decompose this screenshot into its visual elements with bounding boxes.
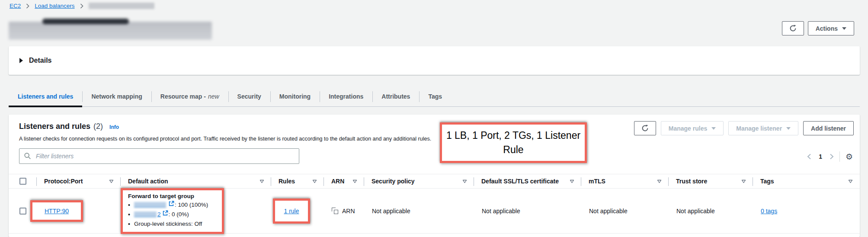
next-page-icon[interactable] [830, 154, 834, 160]
add-listener-button[interactable]: Add listener [803, 121, 854, 135]
listener-count: (2) [93, 122, 103, 131]
protocol-port-cell: HTTP:90 [37, 200, 121, 222]
tab-monitoring[interactable]: Monitoring [270, 86, 320, 106]
select-all-checkbox[interactable] [19, 178, 26, 185]
previous-page-icon[interactable] [807, 154, 811, 160]
trust-store-cell: Not applicable [669, 208, 753, 215]
actions-button-label: Actions [816, 25, 838, 32]
chevron-down-icon [711, 127, 716, 130]
target-group-2-item: 2 : 0 (0%) [128, 210, 218, 219]
info-link[interactable]: Info [109, 124, 119, 130]
external-link-icon[interactable] [168, 201, 174, 209]
sort-icon[interactable] [312, 179, 317, 183]
table-row: HTTP:90 Forward to target group : [9, 189, 860, 234]
annotation-callout: 1 LB, 1 Port, 2 TGs, 1 Listener Rule [440, 122, 587, 163]
redacted-page-title [9, 22, 212, 40]
gear-icon[interactable]: ⚙ [846, 153, 853, 161]
panel-title: Listeners and rules [19, 122, 90, 131]
panel-toolbar: Manage rules Manage listener Add listene… [634, 121, 854, 135]
sort-icon[interactable] [352, 179, 357, 183]
listeners-panel: Listeners and rules (2) Info A listener … [9, 115, 860, 237]
tab-security[interactable]: Security [228, 86, 270, 106]
manage-listener-button[interactable]: Manage listener [728, 121, 798, 135]
tab-listeners-and-rules[interactable]: Listeners and rules [9, 86, 82, 106]
sort-icon[interactable] [570, 179, 574, 183]
arn-cell: ARN [324, 208, 364, 215]
annotation-box-rules: 1 rule [273, 199, 310, 224]
listener-link[interactable]: HTTP:90 [45, 208, 69, 215]
stickiness-item: Group-level stickiness: Off [128, 220, 218, 228]
column-header-arn[interactable]: ARN [324, 174, 364, 188]
forward-title: Forward to target group [128, 193, 218, 199]
tab-attributes[interactable]: Attributes [372, 86, 419, 106]
pagination: 1 ⚙ [807, 151, 853, 162]
breadcrumb: EC2 Load balancers [10, 3, 154, 9]
chevron-down-icon [786, 127, 791, 130]
column-header-ssl-certificate[interactable]: Default SSL/TLS certificate [474, 174, 581, 188]
actions-button[interactable]: Actions [808, 21, 854, 35]
column-header-trust-store[interactable]: Trust store [669, 174, 753, 188]
select-all-checkbox-cell [9, 174, 37, 188]
column-header-protocol-port[interactable]: Protocol:Port [37, 174, 121, 188]
column-header-rules[interactable]: Rules [271, 174, 324, 188]
annotation-box-default-action: Forward to target group : 100 (100%) [121, 188, 224, 234]
pagination-divider [839, 151, 840, 162]
tg1-weight: : 100 (100%) [175, 201, 208, 209]
sort-icon[interactable] [109, 179, 114, 183]
listeners-table: Protocol:Port Default action Rules ARN S… [9, 174, 860, 234]
tab-resource-map[interactable]: Resource map - new [151, 86, 228, 106]
refresh-button[interactable] [782, 21, 804, 35]
sort-icon[interactable] [848, 179, 853, 183]
tags-cell: 0 tags [753, 208, 860, 215]
tab-integrations[interactable]: Integrations [320, 86, 372, 106]
column-header-mtls[interactable]: mTLS [581, 174, 669, 188]
annotation-text: 1 LB, 1 Port, 2 TGs, 1 Listener Rule [445, 128, 582, 157]
tags-link[interactable]: 0 tags [761, 208, 777, 215]
expand-arrow-icon [19, 58, 23, 63]
redacted-target-group-2[interactable] [134, 211, 157, 217]
default-action-cell: Forward to target group : 100 (100%) [121, 188, 271, 234]
tab-tags[interactable]: Tags [419, 86, 451, 106]
refresh-listeners-button[interactable] [634, 121, 656, 135]
ssl-certificate-cell: Not applicable [474, 208, 581, 215]
tg2-weight: : 0 (0%) [169, 210, 189, 219]
panel-description: A listener checks for connection request… [19, 136, 431, 142]
copy-icon[interactable] [332, 208, 338, 214]
ec2-load-balancer-page: EC2 Load balancers Actions Details Liste… [0, 0, 868, 237]
column-header-security-policy[interactable]: Security policy [364, 174, 474, 188]
sort-icon[interactable] [462, 179, 467, 183]
rules-link[interactable]: 1 rule [284, 208, 299, 215]
tab-bar: Listeners and rules Network mapping Reso… [9, 86, 860, 107]
security-policy-cell: Not applicable [364, 208, 474, 215]
redacted-load-balancer-name [89, 3, 154, 9]
tab-network-mapping[interactable]: Network mapping [82, 86, 151, 106]
filter-container [19, 148, 299, 164]
refresh-icon [641, 125, 649, 132]
breadcrumb-link-ec2[interactable]: EC2 [10, 3, 21, 9]
page-header-actions: Actions [782, 21, 854, 35]
sort-icon[interactable] [657, 179, 662, 183]
row-checkbox[interactable] [19, 208, 26, 215]
rules-cell: 1 rule [271, 199, 324, 224]
target-group-1-item: : 100 (100%) [128, 201, 218, 209]
redacted-target-group-1[interactable] [134, 202, 166, 208]
chevron-down-icon [842, 27, 846, 30]
sort-icon[interactable] [259, 179, 264, 183]
sort-icon[interactable] [741, 179, 746, 183]
filter-listeners-input[interactable] [19, 148, 299, 164]
details-title: Details [29, 57, 51, 64]
search-icon [24, 152, 31, 161]
breadcrumb-link-load-balancers[interactable]: Load balancers [35, 3, 74, 9]
external-link-icon[interactable] [162, 210, 168, 219]
refresh-icon [789, 25, 797, 32]
target-group-2-link[interactable]: 2 [157, 210, 161, 219]
table-header-row: Protocol:Port Default action Rules ARN S… [9, 174, 860, 189]
annotation-box-protocol: HTTP:90 [30, 200, 83, 222]
chevron-right-icon [26, 3, 29, 9]
column-header-tags[interactable]: Tags [753, 174, 860, 188]
manage-rules-button[interactable]: Manage rules [661, 121, 724, 135]
details-section[interactable]: Details [9, 46, 860, 75]
mtls-cell: Not applicable [581, 208, 669, 215]
column-header-default-action[interactable]: Default action [121, 174, 271, 188]
page-number[interactable]: 1 [817, 153, 824, 160]
